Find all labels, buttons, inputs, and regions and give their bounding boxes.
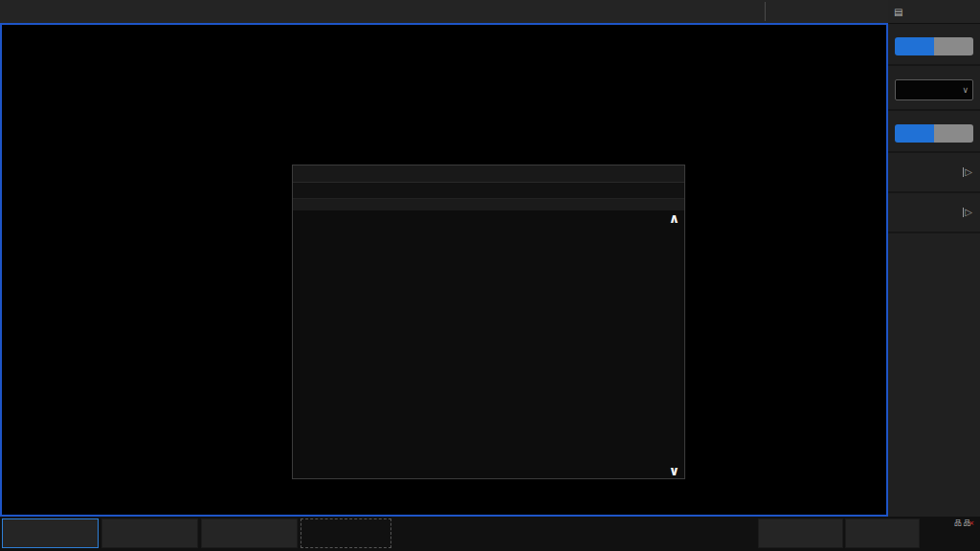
- panel-header: ▤: [888, 0, 980, 24]
- clock-box[interactable]: 品品×: [922, 518, 978, 548]
- system-info: [751, 2, 766, 21]
- scroll-down-button[interactable]: ∨: [666, 465, 682, 478]
- test-state-off-button[interactable]: [934, 124, 973, 143]
- analysis-dropdown[interactable]: ∨: [895, 79, 973, 100]
- test-state-on-button[interactable]: [895, 124, 934, 143]
- clipboard-icon: ▤: [894, 7, 902, 17]
- timebase-box[interactable]: [758, 518, 843, 548]
- lan-disconnected-icon: ×: [969, 519, 976, 527]
- channel-c2-box[interactable]: [101, 518, 198, 548]
- chevron-down-icon: ∨: [962, 85, 969, 95]
- oscilloscope-screen: { "menu": { "items": [ {"label":"Utility…: [0, 0, 980, 551]
- bottom-status-bar: 品品×: [0, 517, 980, 551]
- analysis-section: ∨: [888, 66, 980, 111]
- input-setup-button[interactable]: ▷: [888, 153, 980, 193]
- current-harmonics-dialog: ∧ ∨: [292, 165, 685, 479]
- scroll-up-button[interactable]: ∧: [666, 212, 682, 226]
- power-analysis-panel: ▤ ∨ ▷ ▷: [888, 0, 980, 517]
- close-icon[interactable]: [667, 165, 680, 181]
- brand-block: [766, 11, 888, 12]
- submenu-arrow-icon: ▷: [963, 167, 972, 177]
- harmonics-table-body: ∧ ∨: [293, 210, 684, 480]
- config-button[interactable]: ▷: [888, 193, 980, 233]
- table-header-row: [293, 199, 684, 210]
- trigger-box[interactable]: [845, 518, 920, 548]
- add-channel-button[interactable]: [301, 518, 391, 548]
- math-f1-box[interactable]: [201, 518, 298, 548]
- enable-to-test-toggle: [895, 37, 973, 55]
- dialog-summary-row: [293, 183, 684, 199]
- enable-off-button[interactable]: [934, 37, 973, 55]
- top-status-area: [751, 0, 888, 23]
- enable-to-test-section: [888, 24, 980, 66]
- dialog-title-bar[interactable]: [293, 165, 684, 183]
- channel-c1-box[interactable]: [2, 518, 99, 548]
- lan-status-icons: 品品×: [922, 518, 976, 528]
- apply-button[interactable]: [888, 233, 980, 262]
- test-state-toggle: [895, 124, 973, 143]
- submenu-arrow-icon: ▷: [963, 208, 972, 217]
- test-state-section: [888, 111, 980, 153]
- enable-on-button[interactable]: [895, 37, 934, 55]
